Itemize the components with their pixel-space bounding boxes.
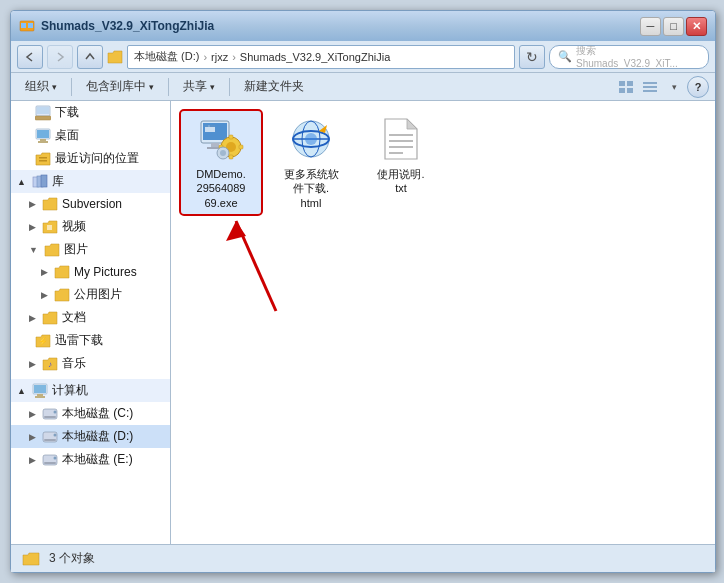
breadcrumb-sep2: › xyxy=(232,51,236,63)
computer-icon xyxy=(32,383,48,399)
music-icon: ♪ xyxy=(42,356,58,372)
sidebar-label: 迅雷下载 xyxy=(55,332,103,349)
address-bar: 本地磁盘 (D:) › rjxz › Shumads_V32.9_XiTongZ… xyxy=(11,41,715,73)
view-list-icon[interactable] xyxy=(639,76,661,98)
svg-rect-11 xyxy=(37,107,49,114)
toolbar: 组织 ▾ 包含到库中 ▾ 共享 ▾ 新建文件夹 xyxy=(11,73,715,101)
file-label: 使用说明.txt xyxy=(377,167,424,196)
svg-text:♪: ♪ xyxy=(48,360,52,369)
breadcrumb[interactable]: 本地磁盘 (D:) › rjxz › Shumads_V32.9_XiTongZ… xyxy=(127,45,515,69)
svg-rect-12 xyxy=(35,116,51,120)
forward-button[interactable] xyxy=(47,45,73,69)
content-area[interactable]: □ DMDemo.2956408969.exe xyxy=(171,101,715,544)
main-area: 下载 桌面 xyxy=(11,101,715,544)
sidebar-item-mypictures-label: My Pictures xyxy=(74,265,137,279)
sidebar-item-pictures[interactable]: ▼ 图片 xyxy=(11,238,170,261)
sidebar-item-subversion[interactable]: ▶ Subversion xyxy=(11,193,170,215)
svg-rect-18 xyxy=(39,160,47,162)
sidebar-item-download[interactable]: 下载 xyxy=(11,101,170,124)
file-item-html[interactable]: 更多系统软件下载.html xyxy=(271,111,351,214)
sidebar-label: 库 xyxy=(52,173,64,190)
svg-rect-40 xyxy=(211,143,219,147)
drive-d-icon xyxy=(42,429,58,445)
maximize-button[interactable]: □ xyxy=(663,17,684,36)
breadcrumb-rjxz: rjxz xyxy=(211,51,228,63)
sidebar-item-library[interactable]: ▲ 库 xyxy=(11,170,170,193)
sidebar-label: 本地磁盘 (C:) xyxy=(62,405,133,422)
sidebar-scroll[interactable]: 下载 桌面 xyxy=(11,101,170,544)
drive-e-icon xyxy=(42,452,58,468)
sidebar-label: Subversion xyxy=(62,197,122,211)
sidebar-item-local-e[interactable]: ▶ 本地磁盘 (E:) xyxy=(11,448,170,471)
expand-icon: ▶ xyxy=(29,409,36,419)
sidebar-item-thunder[interactable]: ⚡ 迅雷下载 xyxy=(11,329,170,352)
include-library-button[interactable]: 包含到库中 ▾ xyxy=(78,76,162,98)
file-label: DMDemo.2956408969.exe xyxy=(196,167,246,210)
svg-rect-17 xyxy=(39,157,47,159)
up-button[interactable] xyxy=(77,45,103,69)
expand-icon: ▶ xyxy=(29,432,36,442)
expand-icon: ▲ xyxy=(17,177,26,187)
sidebar-item-local-d[interactable]: ▶ 本地磁盘 (D:) xyxy=(11,425,170,448)
svg-rect-45 xyxy=(229,155,233,159)
svg-line-62 xyxy=(236,221,276,311)
txt-file-icon xyxy=(383,117,419,161)
svg-rect-8 xyxy=(643,86,657,88)
sidebar-item-mypictures[interactable]: ▶ My Pictures xyxy=(11,261,170,283)
close-button[interactable]: ✕ xyxy=(686,17,707,36)
svg-marker-63 xyxy=(226,221,246,241)
svg-rect-6 xyxy=(627,88,633,93)
sidebar-item-desktop[interactable]: 桌面 xyxy=(11,124,170,147)
svg-rect-33 xyxy=(44,439,56,441)
breadcrumb-sep1: › xyxy=(203,51,207,63)
svg-rect-7 xyxy=(643,82,657,84)
svg-rect-27 xyxy=(37,394,43,396)
file-item-txt[interactable]: 使用说明.txt xyxy=(361,111,441,214)
help-button[interactable]: ? xyxy=(687,76,709,98)
sidebar-item-music[interactable]: ▶ ♪ 音乐 xyxy=(11,352,170,375)
search-placeholder: 搜索 Shumads_V32.9_XiT... xyxy=(576,44,700,69)
status-text: 3 个对象 xyxy=(49,550,95,567)
mypictures-icon xyxy=(54,264,70,280)
share-button[interactable]: 共享 ▾ xyxy=(175,76,223,98)
file-item-dmdemo[interactable]: □ DMDemo.2956408969.exe xyxy=(181,111,261,214)
sidebar-item-local-c[interactable]: ▶ 本地磁盘 (C:) xyxy=(11,402,170,425)
html-file-icon xyxy=(289,117,333,161)
sidebar-label: 音乐 xyxy=(62,355,86,372)
svg-rect-4 xyxy=(627,81,633,86)
back-button[interactable] xyxy=(17,45,43,69)
expand-icon: ▲ xyxy=(17,386,26,396)
expand-icon: ▶ xyxy=(29,199,36,209)
sidebar-label: 最近访问的位置 xyxy=(55,150,139,167)
sidebar-label: 下载 xyxy=(55,104,79,121)
window-controls: ─ □ ✕ xyxy=(640,17,707,36)
sidebar-item-video[interactable]: ▶ 视频 xyxy=(11,215,170,238)
sidebar-label: 文档 xyxy=(62,309,86,326)
minimize-button[interactable]: ─ xyxy=(640,17,661,36)
status-folder-icon xyxy=(21,549,41,569)
svg-rect-44 xyxy=(229,135,233,139)
organize-button[interactable]: 组织 ▾ xyxy=(17,76,65,98)
sidebar-item-computer[interactable]: ▲ 计算机 xyxy=(11,379,170,402)
new-folder-button[interactable]: 新建文件夹 xyxy=(236,76,312,98)
svg-point-57 xyxy=(305,133,317,145)
sidebar-item-publicpictures[interactable]: ▶ 公用图片 xyxy=(11,283,170,306)
svg-rect-47 xyxy=(239,145,243,149)
svg-rect-2 xyxy=(28,23,33,28)
expand-icon: ▶ xyxy=(41,290,48,300)
svg-rect-9 xyxy=(643,90,657,92)
html-icon-wrap xyxy=(287,115,335,163)
window-title: Shumads_V32.9_XiTongZhiJia xyxy=(41,19,214,33)
svg-text:⚡: ⚡ xyxy=(38,336,48,346)
svg-point-34 xyxy=(54,433,57,436)
refresh-button[interactable]: ↻ xyxy=(519,45,545,69)
view-large-icon[interactable] xyxy=(615,76,637,98)
view-dropdown-icon[interactable]: ▾ xyxy=(663,76,685,98)
toolbar-sep1 xyxy=(71,78,72,96)
download-icon xyxy=(35,105,51,121)
file-grid: □ DMDemo.2956408969.exe xyxy=(181,111,705,214)
sidebar-item-recent[interactable]: 最近访问的位置 xyxy=(11,147,170,170)
sidebar-item-documents[interactable]: ▶ 文档 xyxy=(11,306,170,329)
search-box[interactable]: 🔍 搜索 Shumads_V32.9_XiT... xyxy=(549,45,709,69)
organize-label: 组织 xyxy=(25,78,49,95)
